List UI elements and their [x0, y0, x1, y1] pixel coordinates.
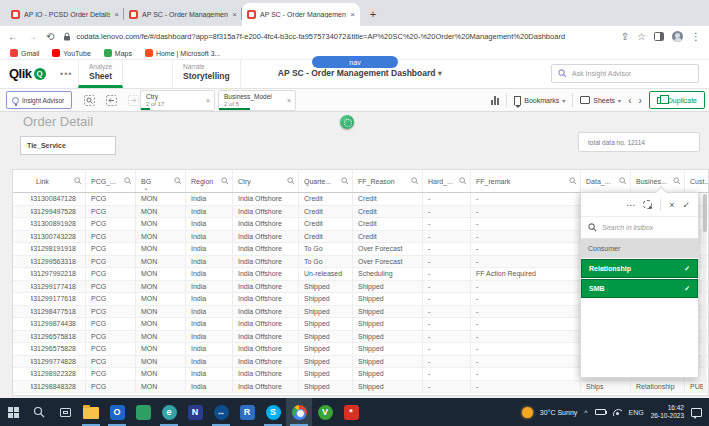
table-cell[interactable]: India: [186, 318, 233, 330]
column-header[interactable]: Region: [186, 170, 233, 192]
sheet-overview-icon[interactable]: [491, 95, 499, 105]
table-cell[interactable]: Shipped: [353, 343, 423, 355]
table-cell[interactable]: MON: [136, 356, 186, 368]
listbox-item-consumer[interactable]: Consumer: [581, 239, 698, 258]
back-icon[interactable]: ←: [8, 32, 18, 42]
table-cell[interactable]: -: [471, 281, 581, 293]
table-cell[interactable]: 431297992218: [31, 268, 86, 280]
table-cell[interactable]: Shipped: [353, 331, 423, 343]
column-header[interactable]: FF_Reason: [353, 170, 423, 192]
table-cell[interactable]: -: [423, 381, 471, 393]
table-cell[interactable]: To Go: [299, 256, 353, 268]
table-cell[interactable]: MON: [136, 281, 186, 293]
table-cell[interactable]: India: [186, 231, 233, 243]
table-cell[interactable]: -: [471, 231, 581, 243]
bookmark-item[interactable]: Home | Microsoft 3...: [145, 49, 220, 57]
wifi-icon[interactable]: [613, 409, 622, 416]
taskbar-app-teamviewer[interactable]: ↔: [208, 398, 234, 426]
table-cell[interactable]: India: [186, 343, 233, 355]
table-cell[interactable]: Shipped: [299, 381, 353, 393]
table-cell[interactable]: Credit: [299, 231, 353, 243]
search-icon[interactable]: [673, 177, 681, 185]
table-cell[interactable]: India Offshore: [233, 331, 299, 343]
table-cell[interactable]: India Offshore: [233, 368, 299, 380]
table-cell[interactable]: 431300891928: [31, 218, 86, 230]
table-cell[interactable]: -: [471, 343, 581, 355]
weather-sun-icon[interactable]: [522, 407, 533, 418]
table-cell[interactable]: India Offshore: [233, 281, 299, 293]
search-icon[interactable]: [74, 177, 82, 185]
table-cell[interactable]: India: [186, 243, 233, 255]
forward-icon[interactable]: →: [27, 32, 37, 42]
table-cell[interactable]: MON: [136, 381, 186, 393]
previous-sheet-icon[interactable]: ‹: [628, 95, 631, 106]
table-cell[interactable]: Credit: [299, 193, 353, 205]
table-cell[interactable]: India: [186, 281, 233, 293]
table-cell[interactable]: India Offshore: [233, 381, 299, 393]
table-cell[interactable]: -: [423, 268, 471, 280]
table-cell[interactable]: Over Forecast: [353, 243, 423, 255]
battery-icon[interactable]: [595, 409, 606, 415]
table-cell[interactable]: -: [471, 306, 581, 318]
column-header[interactable]: FF_remark: [471, 170, 581, 192]
bookmark-item[interactable]: Gmail: [10, 49, 39, 57]
table-cell[interactable]: PCG: [86, 218, 136, 230]
column-header[interactable]: Hard_...: [423, 170, 471, 192]
table-cell[interactable]: 431300847128: [31, 193, 86, 205]
table-cell[interactable]: Scheduling: [353, 268, 423, 280]
table-cell[interactable]: India Offshore: [233, 356, 299, 368]
table-cell[interactable]: -: [471, 356, 581, 368]
browser-tab[interactable]: AP SC - Order Management Das...×: [124, 3, 242, 26]
table-cell[interactable]: MON: [136, 206, 186, 218]
table-cell[interactable]: PCG: [86, 368, 136, 380]
table-cell[interactable]: India: [186, 368, 233, 380]
share-icon[interactable]: ⇪: [621, 32, 629, 42]
chip-close-icon[interactable]: ×: [287, 97, 291, 104]
table-cell[interactable]: Shipped: [353, 356, 423, 368]
kebab-menu-icon[interactable]: ⋮: [691, 32, 701, 42]
more-options-icon[interactable]: ⋯: [626, 200, 635, 210]
table-cell[interactable]: Shipped: [299, 368, 353, 380]
qlik-logo[interactable]: Qlik Q: [9, 66, 46, 81]
table-cell[interactable]: PCG: [86, 243, 136, 255]
table-cell[interactable]: India: [186, 218, 233, 230]
taskbar-app-vpn-app[interactable]: V: [312, 398, 338, 426]
weather-text[interactable]: 30°C Sunny: [540, 409, 577, 416]
table-cell[interactable]: PCG: [86, 343, 136, 355]
table-cell[interactable]: 431296575818: [31, 331, 86, 343]
table-cell[interactable]: -: [471, 256, 581, 268]
tab-close-icon[interactable]: ×: [114, 10, 119, 19]
new-tab-button[interactable]: +: [364, 5, 382, 23]
taskbar-app-notes-app[interactable]: N: [182, 398, 208, 426]
table-cell[interactable]: -: [423, 293, 471, 305]
column-header[interactable]: BG▲: [136, 170, 186, 192]
table-cell[interactable]: India: [186, 381, 233, 393]
chip-close-icon[interactable]: ×: [206, 97, 210, 104]
table-cell[interactable]: Credit: [353, 218, 423, 230]
table-cell[interactable]: 431298922328: [31, 368, 86, 380]
bookmark-item[interactable]: YouTube: [52, 49, 91, 57]
table-cell[interactable]: India: [186, 356, 233, 368]
selection-chip-business-model[interactable]: Business_Model 2 of 5 ×: [218, 90, 296, 111]
taskbar-app-chrome[interactable]: [286, 398, 312, 426]
table-cell[interactable]: 431299177618: [31, 293, 86, 305]
table-cell[interactable]: -: [423, 318, 471, 330]
taskbar-search-button[interactable]: [26, 398, 52, 426]
table-cell[interactable]: MON: [136, 306, 186, 318]
table-cell[interactable]: -: [423, 231, 471, 243]
table-cell[interactable]: Credit: [353, 206, 423, 218]
table-cell[interactable]: 431299874438: [31, 318, 86, 330]
table-cell[interactable]: India: [186, 206, 233, 218]
table-cell[interactable]: -: [423, 306, 471, 318]
table-cell[interactable]: Credit: [353, 231, 423, 243]
table-cell[interactable]: MON: [136, 331, 186, 343]
table-cell[interactable]: Credit: [299, 218, 353, 230]
table-cell[interactable]: PCG: [86, 256, 136, 268]
lasso-icon[interactable]: [643, 200, 652, 209]
taskbar-app-edge-browser[interactable]: e: [156, 398, 182, 426]
table-cell[interactable]: Un-released: [299, 268, 353, 280]
table-cell[interactable]: Shipped: [299, 356, 353, 368]
search-icon[interactable]: [569, 177, 577, 185]
taskbar-app-remote-desktop-app[interactable]: R: [234, 398, 260, 426]
table-cell[interactable]: MON: [136, 243, 186, 255]
